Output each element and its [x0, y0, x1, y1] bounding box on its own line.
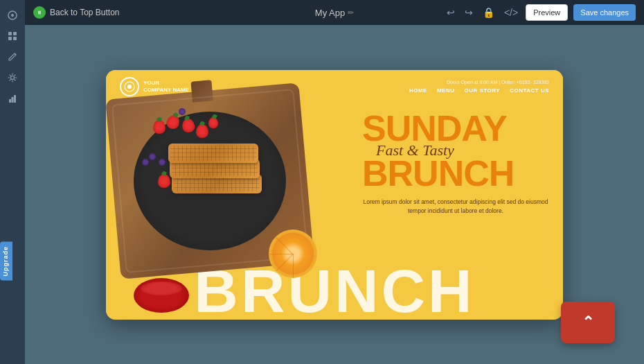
- strawberry-6: [208, 117, 218, 128]
- waffle-stack: [168, 132, 265, 209]
- hero-description: Lorem ipsum dolor sit amet, consectetur …: [362, 198, 549, 216]
- nav-our-story[interactable]: OUR STORY: [465, 87, 501, 94]
- preview-button[interactable]: Preview: [526, 4, 568, 21]
- edit-app-name-icon[interactable]: ✏: [348, 8, 354, 17]
- top-bar-right: ↩ ↪ 🔒 </> Preview Save changes: [359, 4, 636, 21]
- lock-button[interactable]: 🔒: [481, 7, 497, 18]
- app-name-label: My App: [315, 8, 345, 18]
- svg-point-1: [11, 14, 14, 17]
- nav-home[interactable]: HOME: [409, 87, 427, 94]
- svg-rect-8: [12, 97, 14, 103]
- svg-rect-2: [8, 32, 12, 35]
- blueberry-3: [142, 159, 149, 166]
- undo-button[interactable]: ↩: [445, 7, 457, 18]
- toolbar-home-icon[interactable]: [3, 6, 22, 25]
- chevron-up-icon: ⌃: [582, 313, 594, 331]
- strawberry-4: [196, 124, 208, 138]
- svg-point-12: [127, 85, 132, 89]
- nav-info-text: Doors Open at 8:00 AM | Order: +0192- 32…: [447, 80, 549, 85]
- company-logo: YOUR COMPANY NAME: [120, 77, 409, 96]
- svg-rect-7: [9, 99, 11, 103]
- top-bar-center: My App ✏: [315, 8, 354, 18]
- nav-contact-us[interactable]: CONTACT US: [510, 87, 549, 94]
- strawberry-5: [158, 174, 170, 188]
- logo-circle: [120, 77, 139, 96]
- orange-seg-3: [269, 254, 293, 254]
- toolbar-gear-icon[interactable]: [3, 68, 22, 87]
- left-toolbar: [0, 0, 25, 364]
- blueberry-1: [149, 153, 156, 160]
- waffle-layer-3: [168, 144, 258, 163]
- back-to-top-floating-button[interactable]: ⌃: [561, 302, 615, 343]
- nav-right: Doors Open at 8:00 AM | Order: +0192- 32…: [409, 80, 549, 94]
- canvas-area: BRUNCH: [25, 25, 644, 364]
- hero-content: SUNDAY Fast & Tasty BRUNCH Lorem ipsum d…: [362, 112, 549, 216]
- svg-rect-5: [13, 37, 17, 40]
- svg-point-10: [37, 10, 43, 16]
- food-image-area: [106, 77, 355, 299]
- red-bowl: [134, 278, 189, 313]
- svg-point-6: [11, 76, 15, 80]
- toolbar-pen-icon[interactable]: [3, 47, 22, 67]
- company-name-line2: COMPANY NAME: [143, 87, 189, 94]
- svg-rect-3: [13, 32, 17, 35]
- orange-seg-2: [276, 254, 293, 271]
- preview-card: BRUNCH: [106, 70, 563, 320]
- nav-menu[interactable]: MENU: [437, 87, 455, 94]
- toolbar-chart-icon[interactable]: [3, 89, 22, 108]
- top-bar-left: Back to Top Button: [33, 6, 310, 19]
- code-button[interactable]: </>: [502, 7, 520, 18]
- back-circle-icon[interactable]: [33, 6, 46, 19]
- save-changes-button[interactable]: Save changes: [573, 4, 636, 21]
- strawberry-1: [153, 120, 166, 134]
- svg-rect-9: [14, 95, 16, 103]
- company-name-line1: YOUR: [143, 80, 189, 87]
- svg-rect-4: [8, 37, 12, 40]
- upgrade-label[interactable]: Upgrade: [0, 242, 12, 281]
- orange-seg-4: [276, 236, 293, 254]
- blueberry-2: [159, 159, 166, 166]
- back-to-top-label: Back to Top Button: [50, 8, 120, 17]
- orange-seg-1: [293, 254, 294, 278]
- top-bar: Back to Top Button My App ✏ ↩ ↪ 🔒 </> Pr…: [25, 0, 644, 25]
- hero-title-sunday: SUNDAY: [362, 112, 549, 146]
- hero-title-brunch: BRUNCH: [362, 157, 549, 191]
- blueberry-4: [179, 108, 186, 115]
- company-name-text: YOUR COMPANY NAME: [143, 80, 189, 93]
- orange-half: [269, 229, 317, 278]
- preview-nav: YOUR COMPANY NAME Doors Open at 8:00 AM …: [106, 70, 563, 103]
- toolbar-grid-icon[interactable]: [3, 26, 22, 46]
- nav-links: HOME MENU OUR STORY CONTACT US: [409, 87, 549, 94]
- redo-button[interactable]: ↪: [463, 7, 475, 18]
